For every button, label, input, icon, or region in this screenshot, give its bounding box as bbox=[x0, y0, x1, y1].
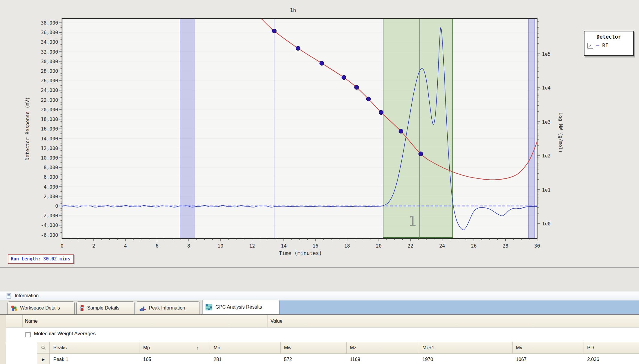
tab-workspace-details[interactable]: Workspace Details bbox=[7, 301, 75, 314]
group-row-molecular-weight-averages[interactable]: Molecular Weight Averages bbox=[6, 327, 639, 343]
workspace-icon bbox=[11, 305, 17, 311]
svg-text:26: 26 bbox=[471, 243, 477, 249]
grid-header-mv[interactable]: Mv bbox=[512, 342, 584, 354]
cell-mz[interactable]: 1169 bbox=[346, 354, 419, 364]
svg-text:22: 22 bbox=[407, 243, 413, 249]
svg-text:28: 28 bbox=[503, 243, 508, 249]
svg-text:32,000: 32,000 bbox=[41, 49, 58, 55]
svg-text:16,000: 16,000 bbox=[41, 126, 58, 132]
svg-text:14: 14 bbox=[281, 243, 287, 249]
svg-text:8,000: 8,000 bbox=[44, 165, 58, 170]
grid-header-mp[interactable]: Mp bbox=[140, 342, 210, 354]
calibration-point bbox=[342, 75, 346, 80]
calibration-point bbox=[272, 29, 276, 33]
svg-text:10: 10 bbox=[217, 243, 223, 249]
cell-mz1[interactable]: 1970 bbox=[419, 354, 512, 364]
tab-sample-details[interactable]: Sample Details bbox=[76, 301, 135, 314]
row-selector-cell[interactable]: ▶ bbox=[37, 354, 50, 364]
calibration-point bbox=[399, 129, 403, 133]
cell-mp[interactable]: 165 bbox=[140, 354, 210, 364]
svg-text:30: 30 bbox=[534, 243, 540, 249]
svg-text:36,000: 36,000 bbox=[41, 30, 58, 35]
svg-text:12: 12 bbox=[249, 243, 255, 249]
cell-mv[interactable]: 1067 bbox=[512, 354, 584, 364]
svg-text:2,000: 2,000 bbox=[44, 194, 58, 199]
svg-text:10,000: 10,000 bbox=[41, 155, 58, 161]
information-icon bbox=[7, 293, 12, 299]
ri-line-swatch: – bbox=[596, 43, 599, 48]
cell-pd[interactable]: 2.036 bbox=[584, 354, 639, 364]
chromatogram-panel: 1h 1 -6,000-4,000-2,00002,0004,0006,0008… bbox=[0, 0, 639, 267]
cell-peaks[interactable]: Peak 1 bbox=[50, 354, 140, 364]
peaks-grid: Peaks Mp ↑ Mn Mw Mz Mz+1 Mv PD ▶ Peak 1 … bbox=[37, 342, 639, 364]
tab-gpc-analysis-results[interactable]: GPC Analysis Results bbox=[202, 300, 280, 314]
calibration-point bbox=[379, 110, 383, 115]
chart-title: 1h bbox=[290, 7, 296, 13]
svg-text:30,000: 30,000 bbox=[41, 59, 58, 64]
magnifier-icon bbox=[41, 345, 46, 350]
table-left-gutter bbox=[0, 315, 6, 364]
grid-header-mz[interactable]: Mz bbox=[346, 342, 419, 354]
svg-text:6,000: 6,000 bbox=[44, 174, 58, 180]
collapse-icon[interactable] bbox=[25, 332, 31, 337]
svg-text:22,000: 22,000 bbox=[41, 97, 58, 103]
svg-text:1e4: 1e4 bbox=[542, 85, 551, 91]
svg-text:1e2: 1e2 bbox=[542, 153, 551, 159]
grid-header-pd[interactable]: PD bbox=[584, 342, 639, 354]
column-header-value[interactable]: Value bbox=[271, 315, 450, 327]
grid-header-mw[interactable]: Mw bbox=[280, 342, 346, 354]
tab-label: Sample Details bbox=[87, 305, 120, 311]
svg-text:0: 0 bbox=[55, 203, 58, 209]
svg-text:24: 24 bbox=[439, 243, 445, 249]
tab-peak-information[interactable]: Peak Information bbox=[136, 301, 200, 314]
grid-header-peaks[interactable]: Peaks bbox=[50, 342, 140, 354]
cell-mw[interactable]: 572 bbox=[280, 354, 346, 364]
svg-text:26,000: 26,000 bbox=[41, 78, 58, 84]
svg-text:-4,000: -4,000 bbox=[41, 222, 58, 228]
svg-text:1e5: 1e5 bbox=[542, 51, 551, 57]
svg-text:14,000: 14,000 bbox=[41, 136, 58, 142]
sample-vial-icon bbox=[80, 304, 84, 312]
table-row[interactable]: ▶ Peak 1 165 281 572 1169 1970 1067 2.03… bbox=[37, 354, 639, 364]
svg-text:4,000: 4,000 bbox=[44, 184, 58, 190]
information-title: Information bbox=[15, 293, 39, 298]
ri-checkbox[interactable]: ✓ bbox=[587, 43, 593, 48]
tab-strip: Workspace Details Sample Details Peak In… bbox=[0, 300, 639, 314]
svg-text:20,000: 20,000 bbox=[41, 107, 58, 113]
grid-header-mn[interactable]: Mn bbox=[210, 342, 280, 354]
y-right-axis-title: Log MW (g/mol) bbox=[558, 113, 564, 153]
svg-text:18,000: 18,000 bbox=[41, 116, 58, 122]
tab-label: Workspace Details bbox=[20, 305, 60, 311]
svg-text:38,000: 38,000 bbox=[41, 20, 58, 26]
legend-item-ri[interactable]: ✓ – RI bbox=[587, 43, 633, 48]
svg-text:-2,000: -2,000 bbox=[41, 213, 58, 219]
detector-legend[interactable]: Detector ✓ – RI bbox=[584, 31, 634, 56]
grid-filter-cell[interactable] bbox=[37, 342, 50, 354]
x-axis-title: Time (minutes) bbox=[279, 250, 322, 256]
tab-label: GPC Analysis Results bbox=[215, 304, 262, 310]
svg-text:16: 16 bbox=[312, 243, 318, 249]
svg-text:0: 0 bbox=[61, 243, 64, 249]
svg-text:24,000: 24,000 bbox=[41, 87, 58, 93]
peak-chart-icon bbox=[139, 305, 146, 311]
calibration-point bbox=[366, 97, 371, 101]
calibration-point bbox=[354, 85, 359, 90]
grid-header-mz1[interactable]: Mz+1 bbox=[419, 342, 512, 354]
column-header-name[interactable]: Name bbox=[25, 315, 265, 327]
chromatogram-chart[interactable]: 1h 1 -6,000-4,000-2,00002,0004,0006,0008… bbox=[0, 0, 639, 267]
results-grid-icon bbox=[206, 304, 213, 311]
tab-strip-filler bbox=[279, 300, 639, 314]
svg-text:18: 18 bbox=[344, 243, 350, 249]
svg-text:1e0: 1e0 bbox=[542, 221, 551, 227]
svg-text:6: 6 bbox=[155, 243, 158, 249]
gpc-results-table: Name Value Molecular Weight Averages Pea… bbox=[0, 314, 639, 364]
svg-text:28,000: 28,000 bbox=[41, 68, 58, 74]
svg-text:20: 20 bbox=[376, 243, 382, 249]
peak-region-layer[interactable]: 1 bbox=[383, 19, 453, 239]
information-header-bar: Information bbox=[0, 292, 639, 300]
cell-mn[interactable]: 281 bbox=[210, 354, 280, 364]
sort-ascending-icon[interactable]: ↑ bbox=[197, 345, 199, 350]
svg-text:34,000: 34,000 bbox=[41, 39, 58, 45]
gpc-application-window: { "chart_data": { "type": "line", "title… bbox=[0, 0, 639, 364]
group-label: Molecular Weight Averages bbox=[34, 331, 96, 337]
